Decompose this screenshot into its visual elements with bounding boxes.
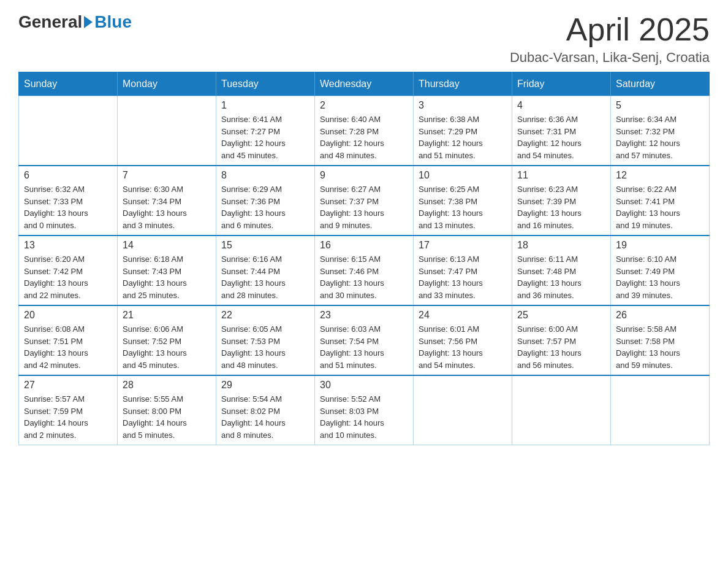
day-number: 21 [123, 310, 211, 321]
day-number: 2 [320, 100, 408, 111]
day-number: 11 [517, 170, 605, 181]
day-info: Sunrise: 6:25 AM Sunset: 7:38 PM Dayligh… [419, 183, 507, 231]
calendar-cell: 21Sunrise: 6:06 AM Sunset: 7:52 PM Dayli… [118, 305, 216, 375]
day-info: Sunrise: 6:18 AM Sunset: 7:43 PM Dayligh… [123, 253, 211, 301]
calendar-cell: 15Sunrise: 6:16 AM Sunset: 7:44 PM Dayli… [216, 236, 315, 305]
calendar-cell: 30Sunrise: 5:52 AM Sunset: 8:03 PM Dayli… [315, 375, 414, 445]
day-number: 12 [616, 170, 704, 181]
day-info: Sunrise: 5:57 AM Sunset: 7:59 PM Dayligh… [24, 393, 112, 441]
calendar-cell: 16Sunrise: 6:15 AM Sunset: 7:46 PM Dayli… [315, 236, 414, 305]
calendar-cell: 8Sunrise: 6:29 AM Sunset: 7:36 PM Daylig… [216, 166, 315, 236]
day-info: Sunrise: 6:10 AM Sunset: 7:49 PM Dayligh… [616, 253, 704, 301]
logo-general-text: General [18, 12, 82, 32]
header-sunday: Sunday [19, 72, 118, 96]
calendar-cell: 29Sunrise: 5:54 AM Sunset: 8:02 PM Dayli… [216, 375, 315, 445]
calendar-cell: 27Sunrise: 5:57 AM Sunset: 7:59 PM Dayli… [19, 375, 118, 445]
day-info: Sunrise: 6:22 AM Sunset: 7:41 PM Dayligh… [616, 183, 704, 231]
calendar-week-row: 13Sunrise: 6:20 AM Sunset: 7:42 PM Dayli… [19, 236, 710, 305]
day-info: Sunrise: 6:00 AM Sunset: 7:57 PM Dayligh… [517, 323, 605, 371]
calendar-week-row: 27Sunrise: 5:57 AM Sunset: 7:59 PM Dayli… [19, 375, 710, 445]
day-number: 30 [320, 380, 408, 391]
calendar-cell: 24Sunrise: 6:01 AM Sunset: 7:56 PM Dayli… [414, 305, 512, 375]
calendar-cell: 28Sunrise: 5:55 AM Sunset: 8:00 PM Dayli… [118, 375, 216, 445]
day-number: 14 [123, 240, 211, 251]
day-number: 29 [221, 380, 309, 391]
calendar-cell: 9Sunrise: 6:27 AM Sunset: 7:37 PM Daylig… [315, 166, 414, 236]
calendar-cell: 4Sunrise: 6:36 AM Sunset: 7:31 PM Daylig… [512, 96, 611, 166]
day-info: Sunrise: 6:23 AM Sunset: 7:39 PM Dayligh… [517, 183, 605, 231]
day-number: 24 [419, 310, 507, 321]
day-number: 18 [517, 240, 605, 251]
calendar-cell: 26Sunrise: 5:58 AM Sunset: 7:58 PM Dayli… [611, 305, 710, 375]
day-info: Sunrise: 6:34 AM Sunset: 7:32 PM Dayligh… [616, 113, 704, 161]
calendar-cell: 2Sunrise: 6:40 AM Sunset: 7:28 PM Daylig… [315, 96, 414, 166]
header-thursday: Thursday [414, 72, 512, 96]
day-number: 10 [419, 170, 507, 181]
calendar-cell: 3Sunrise: 6:38 AM Sunset: 7:29 PM Daylig… [414, 96, 512, 166]
calendar-cell [414, 375, 512, 445]
calendar-cell [118, 96, 216, 166]
calendar-cell: 20Sunrise: 6:08 AM Sunset: 7:51 PM Dayli… [19, 305, 118, 375]
calendar-cell: 23Sunrise: 6:03 AM Sunset: 7:54 PM Dayli… [315, 305, 414, 375]
day-number: 15 [221, 240, 309, 251]
calendar-cell: 5Sunrise: 6:34 AM Sunset: 7:32 PM Daylig… [611, 96, 710, 166]
day-info: Sunrise: 6:30 AM Sunset: 7:34 PM Dayligh… [123, 183, 211, 231]
day-info: Sunrise: 6:11 AM Sunset: 7:48 PM Dayligh… [517, 253, 605, 301]
day-info: Sunrise: 6:08 AM Sunset: 7:51 PM Dayligh… [24, 323, 112, 371]
calendar-cell [512, 375, 611, 445]
day-number: 6 [24, 170, 112, 181]
calendar-table: Sunday Monday Tuesday Wednesday Thursday… [18, 72, 710, 445]
day-info: Sunrise: 5:54 AM Sunset: 8:02 PM Dayligh… [221, 393, 309, 441]
calendar-week-row: 1Sunrise: 6:41 AM Sunset: 7:27 PM Daylig… [19, 96, 710, 166]
day-number: 26 [616, 310, 704, 321]
day-info: Sunrise: 6:36 AM Sunset: 7:31 PM Dayligh… [517, 113, 605, 161]
month-title: April 2025 [510, 12, 710, 47]
calendar-week-row: 20Sunrise: 6:08 AM Sunset: 7:51 PM Dayli… [19, 305, 710, 375]
day-info: Sunrise: 6:15 AM Sunset: 7:46 PM Dayligh… [320, 253, 408, 301]
calendar-cell: 12Sunrise: 6:22 AM Sunset: 7:41 PM Dayli… [611, 166, 710, 236]
location-title: Dubac-Varsan, Lika-Senj, Croatia [510, 50, 710, 66]
header-monday: Monday [118, 72, 216, 96]
calendar-cell: 18Sunrise: 6:11 AM Sunset: 7:48 PM Dayli… [512, 236, 611, 305]
day-info: Sunrise: 6:38 AM Sunset: 7:29 PM Dayligh… [419, 113, 507, 161]
day-number: 28 [123, 380, 211, 391]
header-tuesday: Tuesday [216, 72, 315, 96]
day-info: Sunrise: 6:27 AM Sunset: 7:37 PM Dayligh… [320, 183, 408, 231]
page-header: General Blue April 2025 Dubac-Varsan, Li… [18, 12, 710, 66]
day-info: Sunrise: 6:03 AM Sunset: 7:54 PM Dayligh… [320, 323, 408, 371]
day-info: Sunrise: 6:06 AM Sunset: 7:52 PM Dayligh… [123, 323, 211, 371]
day-number: 5 [616, 100, 704, 111]
day-number: 4 [517, 100, 605, 111]
calendar-cell: 1Sunrise: 6:41 AM Sunset: 7:27 PM Daylig… [216, 96, 315, 166]
calendar-cell: 7Sunrise: 6:30 AM Sunset: 7:34 PM Daylig… [118, 166, 216, 236]
calendar-cell [19, 96, 118, 166]
calendar-cell [611, 375, 710, 445]
day-info: Sunrise: 5:55 AM Sunset: 8:00 PM Dayligh… [123, 393, 211, 441]
day-info: Sunrise: 6:16 AM Sunset: 7:44 PM Dayligh… [221, 253, 309, 301]
day-number: 20 [24, 310, 112, 321]
day-info: Sunrise: 5:58 AM Sunset: 7:58 PM Dayligh… [616, 323, 704, 371]
header-wednesday: Wednesday [315, 72, 414, 96]
calendar-cell: 11Sunrise: 6:23 AM Sunset: 7:39 PM Dayli… [512, 166, 611, 236]
calendar-week-row: 6Sunrise: 6:32 AM Sunset: 7:33 PM Daylig… [19, 166, 710, 236]
logo-triangle-icon [84, 16, 93, 28]
calendar-cell: 25Sunrise: 6:00 AM Sunset: 7:57 PM Dayli… [512, 305, 611, 375]
day-info: Sunrise: 6:13 AM Sunset: 7:47 PM Dayligh… [419, 253, 507, 301]
day-number: 13 [24, 240, 112, 251]
header-saturday: Saturday [611, 72, 710, 96]
day-info: Sunrise: 6:20 AM Sunset: 7:42 PM Dayligh… [24, 253, 112, 301]
calendar-cell: 17Sunrise: 6:13 AM Sunset: 7:47 PM Dayli… [414, 236, 512, 305]
day-number: 8 [221, 170, 309, 181]
day-number: 9 [320, 170, 408, 181]
day-number: 16 [320, 240, 408, 251]
day-number: 17 [419, 240, 507, 251]
day-number: 27 [24, 380, 112, 391]
day-number: 25 [517, 310, 605, 321]
calendar-cell: 10Sunrise: 6:25 AM Sunset: 7:38 PM Dayli… [414, 166, 512, 236]
calendar-cell: 19Sunrise: 6:10 AM Sunset: 7:49 PM Dayli… [611, 236, 710, 305]
day-info: Sunrise: 6:41 AM Sunset: 7:27 PM Dayligh… [221, 113, 309, 161]
day-info: Sunrise: 6:29 AM Sunset: 7:36 PM Dayligh… [221, 183, 309, 231]
calendar-cell: 13Sunrise: 6:20 AM Sunset: 7:42 PM Dayli… [19, 236, 118, 305]
calendar-cell: 14Sunrise: 6:18 AM Sunset: 7:43 PM Dayli… [118, 236, 216, 305]
header-friday: Friday [512, 72, 611, 96]
